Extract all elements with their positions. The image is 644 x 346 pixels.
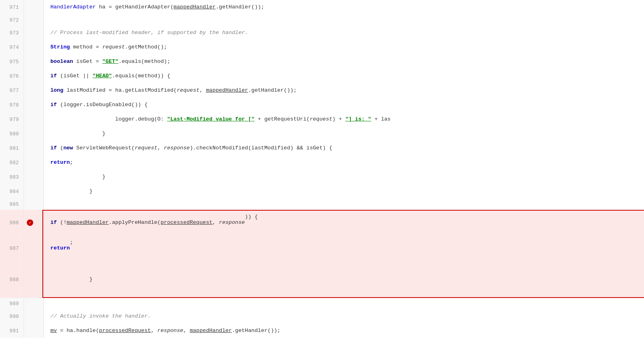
gutter-987 (36, 235, 44, 261)
gutter-986 (36, 210, 44, 235)
code-line-979: 979 logger.debug(O: "Last-Modified value… (0, 112, 644, 127)
code-body-978: if (logger.isDebugEnabled()) { (44, 98, 644, 112)
breakpoint-971 (24, 0, 36, 14)
breakpoint-977 (24, 83, 36, 98)
breakpoint-990 (24, 309, 36, 324)
gutter-978 (36, 98, 44, 112)
code-body-973: // Process last-modified header, if supp… (44, 26, 644, 40)
breakpoint-985 (24, 199, 36, 210)
line-number-987: 987 (0, 235, 24, 261)
line-number-976: 976 (0, 69, 24, 83)
gutter-972 (36, 14, 44, 26)
gutter-984 (36, 184, 44, 199)
line-number-988: 988 (0, 261, 24, 298)
line-number-980: 980 (0, 127, 24, 141)
line-number-975: 975 (0, 54, 24, 69)
code-body-989 (44, 298, 644, 309)
breakpoint-983 (24, 170, 36, 184)
gutter-980 (36, 127, 44, 141)
code-body-979: logger.debug(O: "Last-Modified value for… (44, 112, 644, 127)
breakpoint-978 (24, 98, 36, 112)
gutter-983 (36, 170, 44, 184)
code-line-983: 983 } (0, 170, 644, 184)
code-body-986: if (!mappedHandler.applyPreHandle(proces… (44, 210, 644, 235)
breakpoint-980 (24, 127, 36, 141)
code-body-984: } (44, 184, 644, 199)
gutter-989 (36, 298, 44, 309)
gutter-991 (36, 324, 44, 338)
code-body-987: return; (44, 235, 644, 261)
code-body-976: if (isGet || "HEAD".equals(method)) { (44, 69, 644, 83)
line-number-985: 985 (0, 199, 24, 210)
breakpoint-976 (24, 69, 36, 83)
code-line-975: 975 boolean isGet = "GET".equals(method)… (0, 54, 644, 69)
line-number-982: 982 (0, 155, 24, 170)
gutter-979 (36, 112, 44, 127)
breakpoint-972 (24, 14, 36, 26)
code-content: 971 HandlerAdapter ha = getHandlerAdapte… (0, 0, 644, 346)
line-number-990: 990 (0, 309, 24, 324)
gutter-973 (36, 26, 44, 40)
code-line-990: 990 // Actually invoke the handler. (0, 309, 644, 324)
code-body-983: } (44, 170, 644, 184)
gutter-975 (36, 54, 44, 69)
line-number-972: 972 (0, 14, 24, 26)
breakpoint-979 (24, 112, 36, 127)
code-line-989: 989 (0, 298, 644, 309)
code-body-971: HandlerAdapter ha = getHandlerAdapter(ma… (44, 0, 644, 14)
line-number-974: 974 (0, 40, 24, 54)
breakpoint-975 (24, 54, 36, 69)
breakpoint-974 (24, 40, 36, 54)
breakpoint-988 (24, 261, 36, 298)
breakpoint-991 (24, 324, 36, 338)
line-number-983: 983 (0, 170, 24, 184)
code-line-988: 988 } (0, 261, 644, 298)
code-line-984: 984 } (0, 184, 644, 199)
code-body-981: if (new ServletWebRequest(request, respo… (44, 141, 644, 155)
gutter-982 (36, 155, 44, 170)
breakpoint-982 (24, 155, 36, 170)
code-body-985 (44, 199, 644, 210)
breakpoint-981 (24, 141, 36, 155)
code-body-990: // Actually invoke the handler. (44, 309, 644, 324)
gutter-990 (36, 309, 44, 324)
code-line-971: 971 HandlerAdapter ha = getHandlerAdapte… (0, 0, 644, 14)
code-body-975: boolean isGet = "GET".equals(method); (44, 54, 644, 69)
gutter-977 (36, 83, 44, 98)
code-editor: 971 HandlerAdapter ha = getHandlerAdapte… (0, 0, 644, 346)
breakpoint-987 (24, 235, 36, 261)
breakpoint-984 (24, 184, 36, 199)
breakpoint-986 (24, 210, 36, 235)
code-body-972 (44, 14, 644, 26)
line-number-973: 973 (0, 26, 24, 40)
code-line-978: 978 if (logger.isDebugEnabled()) { (0, 98, 644, 112)
line-number-977: 977 (0, 83, 24, 98)
line-number-978: 978 (0, 98, 24, 112)
breakpoint-973 (24, 26, 36, 40)
line-number-991: 991 (0, 324, 24, 338)
code-line-972: 972 (0, 14, 644, 26)
gutter-974 (36, 40, 44, 54)
code-body-980: } (44, 127, 644, 141)
code-line-991: 991 mv = ha.handle(processedRequest, res… (0, 324, 644, 338)
code-line-977: 977 long lastModified = ha.getLastModifi… (0, 83, 644, 98)
code-body-977: long lastModified = ha.getLastModified(r… (44, 83, 644, 98)
code-line-976: 976 if (isGet || "HEAD".equals(method)) … (0, 69, 644, 83)
code-line-985: 985 (0, 199, 644, 210)
code-line-980: 980 } (0, 127, 644, 141)
code-body-974: String method = request.getMethod(); (44, 40, 644, 54)
line-number-971: 971 (0, 0, 24, 14)
gutter-971 (36, 0, 44, 14)
line-number-989: 989 (0, 298, 24, 309)
gutter-988 (36, 261, 44, 298)
gutter-981 (36, 141, 44, 155)
code-line-981: 981 if (new ServletWebRequest(request, r… (0, 141, 644, 155)
gutter-985 (36, 199, 44, 210)
breakpoint-marker-986 (27, 219, 33, 226)
code-line-987: 987 return; (0, 235, 644, 261)
line-number-984: 984 (0, 184, 24, 199)
code-body-991: mv = ha.handle(processedRequest, respons… (44, 324, 644, 338)
code-line-973: 973 // Process last-modified header, if … (0, 26, 644, 40)
gutter-976 (36, 69, 44, 83)
code-body-982: return; (44, 155, 644, 170)
